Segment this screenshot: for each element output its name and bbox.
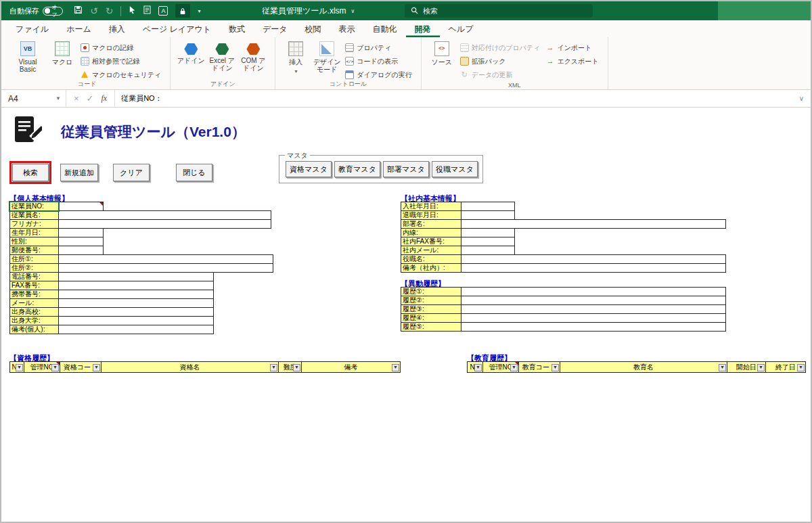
field-input[interactable] [58, 281, 214, 290]
excel-add-ins-button[interactable]: Excel アドイン [206, 39, 238, 74]
ribbon-tab-view[interactable]: 表示 [330, 20, 364, 37]
field-label[interactable]: 履歴③: [401, 304, 461, 314]
properties-button[interactable]: プロパティ [342, 41, 414, 54]
filter-dropdown-icon[interactable]: ▼ [510, 364, 518, 371]
field-input[interactable] [58, 237, 104, 246]
field-input[interactable] [58, 307, 214, 317]
field-label[interactable]: 出身高校: [9, 307, 59, 317]
field-label[interactable]: 社内FAX番号: [401, 237, 461, 246]
field-label[interactable]: 入社年月日: [401, 202, 461, 211]
ribbon-tab-data[interactable]: データ [254, 20, 296, 37]
field-label[interactable]: 出身大学: [9, 316, 59, 325]
field-input[interactable] [58, 272, 214, 281]
field-input[interactable] [58, 290, 214, 299]
lock-tile[interactable] [175, 4, 190, 18]
clear-button[interactable]: クリア [113, 164, 150, 181]
design-mode-button[interactable]: デザイン モード [311, 39, 342, 75]
confirm-entry-icon[interactable]: ✓ [87, 93, 94, 104]
insert-control-button[interactable]: 挿入 ▼ [280, 39, 311, 77]
qualification-master-button[interactable]: 資格マスタ [286, 161, 332, 177]
save-icon[interactable] [74, 5, 83, 17]
field-input[interactable] [461, 254, 726, 264]
field-label[interactable]: メール: [9, 298, 59, 308]
field-label[interactable]: 役職名: [401, 254, 461, 264]
field-label[interactable]: 携帯番号: [9, 290, 59, 299]
field-label[interactable]: 退職年月日: [401, 210, 461, 220]
field-input[interactable] [58, 254, 273, 264]
field-input[interactable] [461, 304, 726, 314]
field-label[interactable]: 生年月日: [9, 228, 59, 237]
field-label[interactable]: 社内メール: [401, 246, 461, 255]
filter-dropdown-icon[interactable]: ▼ [474, 364, 482, 371]
position-master-button[interactable]: 役職マスタ [432, 161, 478, 177]
filter-dropdown-icon[interactable]: ▼ [16, 364, 23, 371]
ribbon-tab-insert[interactable]: 挿入 [100, 20, 134, 37]
field-input[interactable] [461, 263, 726, 273]
ribbon-tab-developer[interactable]: 開発 [406, 20, 440, 37]
field-input[interactable] [58, 228, 104, 237]
xml-source-button[interactable]: ソース [426, 39, 457, 68]
cursor-icon[interactable] [129, 5, 136, 17]
macros-button[interactable]: マクロ [47, 39, 78, 68]
education-master-button[interactable]: 教育マスタ [334, 161, 380, 177]
field-label[interactable]: 履歴④: [401, 313, 461, 323]
document-icon[interactable] [143, 5, 151, 17]
filter-dropdown-icon[interactable]: ▼ [93, 364, 100, 371]
filter-dropdown-icon[interactable]: ▼ [270, 364, 277, 371]
ribbon-tab-formulas[interactable]: 数式 [220, 20, 254, 37]
field-label[interactable]: 内線: [401, 228, 461, 237]
field-input[interactable] [461, 228, 515, 237]
field-input[interactable] [461, 219, 726, 229]
add-ins-button[interactable]: アドイン [175, 39, 206, 66]
record-macro-button[interactable]: マクロの記録 [78, 41, 164, 54]
filter-dropdown-icon[interactable]: ▼ [392, 364, 399, 371]
field-label[interactable]: 電話番号: [9, 272, 59, 281]
autosave-switch[interactable]: オフ [43, 7, 63, 16]
ribbon-tab-home[interactable]: ホーム [58, 20, 100, 37]
expansion-packs-button[interactable]: 拡張パック [457, 55, 543, 68]
formula-bar-expand-icon[interactable]: ∨ [792, 90, 811, 107]
titlebar-search[interactable]: 検索 [405, 4, 593, 18]
document-title[interactable]: 従業員管理ツール.xlsm ∨ [262, 1, 355, 20]
filter-dropdown-icon[interactable]: ▼ [293, 364, 300, 371]
field-label[interactable]: 部署名: [401, 219, 461, 229]
field-label[interactable]: 備考（社内）: [401, 263, 461, 273]
name-box-caret-icon[interactable]: ▼ [55, 95, 61, 101]
field-input[interactable] [58, 325, 214, 334]
filter-dropdown-icon[interactable]: ▼ [797, 364, 805, 371]
autosave-toggle[interactable]: 自動保存 オフ [1, 6, 70, 16]
field-label[interactable]: 住所①: [9, 254, 59, 264]
com-add-ins-button[interactable]: COM アドイン [238, 39, 269, 74]
field-input[interactable] [461, 210, 515, 220]
field-label[interactable]: フリガナ: [9, 219, 59, 229]
use-relative-references-button[interactable]: 相対参照で記録 [78, 55, 164, 68]
ribbon-tab-help[interactable]: ヘルプ [440, 20, 482, 37]
field-label[interactable]: FAX番号: [9, 281, 59, 290]
cancel-entry-icon[interactable]: × [74, 93, 79, 104]
visual-basic-button[interactable]: Visual Basic [9, 39, 47, 75]
field-input[interactable] [461, 296, 726, 305]
field-label[interactable]: 住所②: [9, 263, 59, 273]
field-input[interactable] [58, 219, 271, 229]
field-input[interactable] [58, 316, 214, 325]
close-button[interactable]: 閉じる [176, 164, 212, 181]
field-input[interactable] [461, 322, 726, 332]
ribbon-tab-automate[interactable]: 自動化 [364, 20, 406, 37]
field-input[interactable] [461, 202, 515, 211]
field-label[interactable]: 履歴①: [401, 287, 461, 296]
filter-dropdown-icon[interactable]: ▼ [757, 364, 765, 371]
filter-dropdown-icon[interactable]: ▼ [51, 364, 59, 371]
font-tool-icon[interactable]: A [158, 6, 168, 16]
field-input[interactable] [58, 263, 273, 273]
filter-dropdown-icon[interactable]: ▼ [551, 364, 559, 371]
field-label[interactable]: 従業員NO: [9, 202, 59, 211]
filter-dropdown-icon[interactable]: ▼ [719, 364, 726, 371]
formula-input[interactable]: 従業員NO： [115, 90, 792, 107]
field-input[interactable] [58, 210, 271, 220]
field-label[interactable]: 履歴②: [401, 296, 461, 305]
department-master-button[interactable]: 部署マスタ [383, 161, 429, 177]
insert-function-icon[interactable]: fx [102, 93, 108, 104]
field-label[interactable]: 性別: [9, 237, 59, 246]
field-label[interactable]: 従業員名: [9, 210, 59, 220]
field-input[interactable] [461, 313, 726, 323]
